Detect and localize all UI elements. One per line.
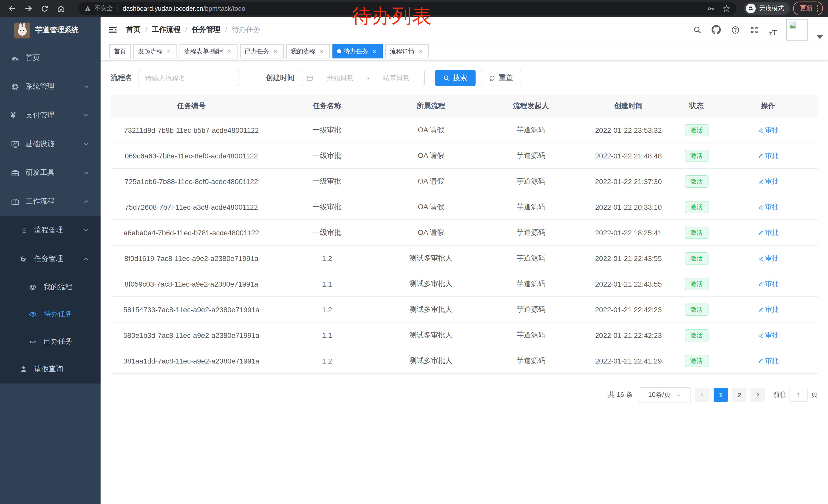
close-icon[interactable]: × <box>226 48 233 55</box>
security-label: 不安全 <box>94 4 113 13</box>
date-range-picker[interactable]: 开始日期 - 结束日期 <box>301 70 425 86</box>
bookmark-star-icon[interactable] <box>722 4 731 12</box>
table-row: 8f0d1619-7ac8-11ec-a9e2-a2380e71991a1.2测… <box>111 245 818 271</box>
todo-task-table: 任务编号 任务名称 所属流程 流程发起人 创建时间 状态 操作 73211d9d… <box>111 95 818 374</box>
yuan-icon: ¥ <box>11 110 19 121</box>
fullscreen-icon[interactable] <box>748 23 760 36</box>
status-badge: 激活 <box>685 329 708 341</box>
workflow-submenu: 流程管理 任务管理 我的流程 待办任务 <box>0 216 100 383</box>
update-button[interactable]: 更新 <box>793 2 823 15</box>
search-button[interactable]: 搜索 <box>435 70 475 86</box>
eye-closed-icon <box>29 337 37 345</box>
avatar[interactable] <box>786 19 808 41</box>
sidebar-item-my-process[interactable]: 我的流程 <box>0 273 100 301</box>
prev-page-button[interactable] <box>695 387 709 402</box>
approve-link[interactable]: 审批 <box>757 202 779 212</box>
edit-icon <box>757 332 763 338</box>
page-button-1[interactable]: 1 <box>714 387 728 402</box>
approve-link[interactable]: 审批 <box>757 151 779 160</box>
breadcrumb-task-mgmt[interactable]: 任务管理 <box>192 25 220 34</box>
tab-home[interactable]: 首页 <box>109 44 131 58</box>
tab-process-detail[interactable]: 流程详情× <box>385 44 429 58</box>
dashboard-icon <box>11 54 19 62</box>
home-icon[interactable] <box>54 2 68 15</box>
back-icon[interactable] <box>5 2 18 15</box>
approve-link[interactable]: 审批 <box>757 305 779 314</box>
status-badge: 激活 <box>685 226 708 239</box>
update-label: 更新 <box>800 4 813 13</box>
approve-link[interactable]: 审批 <box>757 125 779 135</box>
goto-page-input[interactable] <box>790 387 808 402</box>
sidebar-item-task-mgmt[interactable]: 任务管理 <box>0 244 100 273</box>
sidebar-item-leave-query[interactable]: 请假查询 <box>0 355 100 383</box>
sidebar-item-done-tasks[interactable]: 已办任务 <box>0 328 100 355</box>
monitor-icon <box>11 140 19 148</box>
approve-link[interactable]: 审批 <box>757 279 779 288</box>
col-task-id: 任务编号 <box>111 95 272 117</box>
sidebar-item-home[interactable]: 首页 <box>0 44 100 72</box>
sidebar-item-process-mgmt[interactable]: 流程管理 <box>0 216 100 244</box>
calendar-icon <box>306 74 314 82</box>
status-badge: 激活 <box>685 201 708 213</box>
close-icon[interactable]: × <box>272 48 279 55</box>
reload-icon[interactable] <box>38 2 51 15</box>
sidebar-logo[interactable]: 芋道管理系统 <box>0 17 100 44</box>
sidebar-item-infra[interactable]: 基础设施 <box>0 130 100 158</box>
sidebar-item-payment[interactable]: ¥ 支付管理 <box>0 101 100 130</box>
sidebar-item-workflow[interactable]: 工作流程 <box>0 187 100 216</box>
approve-link[interactable]: 审批 <box>757 330 779 340</box>
font-size-icon[interactable]: TT <box>768 23 779 36</box>
goto-label: 前往 <box>773 390 786 400</box>
status-badge: 激活 <box>685 149 708 162</box>
toolbox-icon <box>11 169 19 177</box>
incognito-label: 无痕模式 <box>759 4 784 13</box>
tab-todo-tasks[interactable]: 待办任务× <box>332 44 383 58</box>
sidebar-item-devtools[interactable]: 研发工具 <box>0 158 100 187</box>
incognito-icon <box>746 4 756 13</box>
process-name-label: 流程名 <box>111 73 132 83</box>
chevron-down-icon <box>83 170 89 176</box>
help-icon[interactable] <box>730 23 741 36</box>
sidebar-toggle-icon[interactable] <box>100 17 125 43</box>
page-size-select[interactable]: 10条/页 <box>639 387 691 403</box>
search-icon[interactable] <box>692 23 703 36</box>
warning-icon <box>84 5 91 12</box>
password-key-icon[interactable] <box>707 4 715 12</box>
tab-my-process[interactable]: 我的流程× <box>286 44 330 58</box>
close-icon[interactable]: × <box>417 48 424 55</box>
avatar-dropdown-icon[interactable] <box>817 35 823 39</box>
close-icon[interactable]: × <box>318 48 325 55</box>
breadcrumb-home[interactable]: 首页 <box>126 25 140 34</box>
approve-link[interactable]: 审批 <box>757 177 779 186</box>
eye-icon <box>29 310 37 318</box>
approve-link[interactable]: 审批 <box>757 356 779 365</box>
process-name-input[interactable] <box>138 70 239 86</box>
page-button-2[interactable]: 2 <box>732 387 746 402</box>
forward-icon[interactable] <box>22 2 35 15</box>
gear-icon <box>11 82 19 91</box>
pagination: 共 16 条 10条/页 1 2 前往 页 <box>111 387 818 403</box>
approve-link[interactable]: 审批 <box>757 228 779 237</box>
tab-start-process[interactable]: 发起流程× <box>133 44 177 58</box>
top-navbar: 首页 / 工作流程 / 任务管理 / 待办任务 TT <box>100 17 828 43</box>
url-host: dashboard.yudao.iocoder.cn <box>123 5 203 12</box>
edit-icon <box>757 255 763 261</box>
reset-button[interactable]: 重置 <box>481 70 521 86</box>
next-page-button[interactable] <box>750 387 765 402</box>
tab-done-tasks[interactable]: 已办任务× <box>240 44 284 58</box>
close-icon[interactable]: × <box>371 48 378 55</box>
sidebar-menu: 首页 系统管理 ¥ 支付管理 基础设施 <box>0 44 100 504</box>
status-badge: 激活 <box>685 355 708 367</box>
breadcrumb-workflow[interactable]: 工作流程 <box>152 25 180 34</box>
status-badge: 激活 <box>685 303 708 316</box>
sidebar-item-system[interactable]: 系统管理 <box>0 72 100 101</box>
status-badge: 激活 <box>685 252 708 264</box>
close-icon[interactable]: × <box>165 48 172 55</box>
chrome-menu-icon[interactable] <box>817 5 818 12</box>
url-divider <box>117 5 118 12</box>
tab-form-edit[interactable]: 流程表单-编辑× <box>179 44 238 58</box>
table-row: 580e1b3d-7ac8-11ec-a9e2-a2380e71991a1.1测… <box>111 322 818 348</box>
github-icon[interactable] <box>710 23 722 36</box>
approve-link[interactable]: 审批 <box>757 254 779 263</box>
sidebar-item-todo-tasks[interactable]: 待办任务 <box>0 301 100 328</box>
